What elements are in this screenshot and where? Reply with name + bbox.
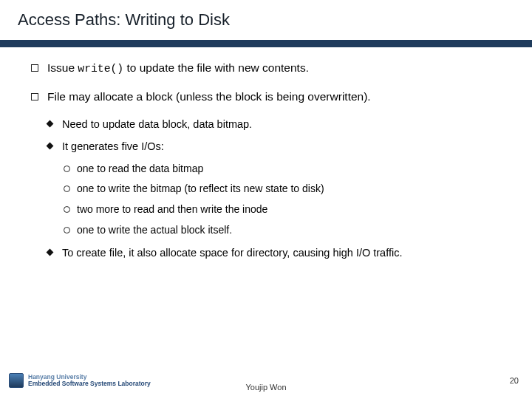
- text: File may allocate a block (unless the bl…: [47, 90, 371, 103]
- bullet-file-allocate: File may allocate a block (unless the bl…: [31, 88, 511, 106]
- bullet-five-ios: It generates five I/Os:: [47, 138, 511, 154]
- title-bar: [0, 40, 532, 47]
- text: It generates five I/Os:: [62, 140, 164, 152]
- bullet-io-read-bitmap: one to read the data bitmap: [64, 161, 511, 177]
- bullet-io-inode: two more to read and then write the inod…: [64, 202, 511, 218]
- text: Need to update data block, data bitmap.: [62, 118, 252, 130]
- bullet-issue-write: Issue write() to update the file with ne…: [31, 59, 511, 78]
- bullet-create-file: To create file, it also allocate space f…: [47, 245, 511, 261]
- lab-logo-icon: [9, 373, 24, 388]
- bullet-io-write-block: one to write the actual block itself.: [64, 222, 511, 239]
- title-area: Access Paths: Writing to Disk: [0, 0, 532, 35]
- text: to update the file with new contents.: [123, 61, 309, 74]
- text: two more to read and then write the inod…: [77, 203, 267, 215]
- lab-name: Embedded Software Systems Laboratory: [28, 381, 151, 387]
- footer-left: Hanyang University Embedded Software Sys…: [9, 373, 151, 388]
- text: Issue: [47, 61, 78, 74]
- text: one to write the bitmap (to reflect its …: [77, 183, 324, 194]
- footer-author: Youjip Won: [245, 383, 286, 392]
- text: To create file, it also allocate space f…: [62, 247, 402, 259]
- text: one to write the actual block itself.: [77, 224, 232, 236]
- slide: Access Paths: Writing to Disk Issue writ…: [0, 0, 532, 399]
- code-write: write(): [78, 63, 123, 75]
- footer: Hanyang University Embedded Software Sys…: [0, 366, 532, 399]
- bullet-update-block: Need to update data block, data bitmap.: [47, 116, 511, 132]
- content-area: Issue write() to update the file with ne…: [0, 47, 532, 399]
- slide-title: Access Paths: Writing to Disk: [18, 10, 514, 30]
- text: one to read the data bitmap: [77, 163, 203, 174]
- page-number: 20: [510, 376, 519, 385]
- bullet-io-write-bitmap: one to write the bitmap (to reflect its …: [64, 181, 511, 197]
- lab-text: Hanyang University Embedded Software Sys…: [28, 374, 151, 388]
